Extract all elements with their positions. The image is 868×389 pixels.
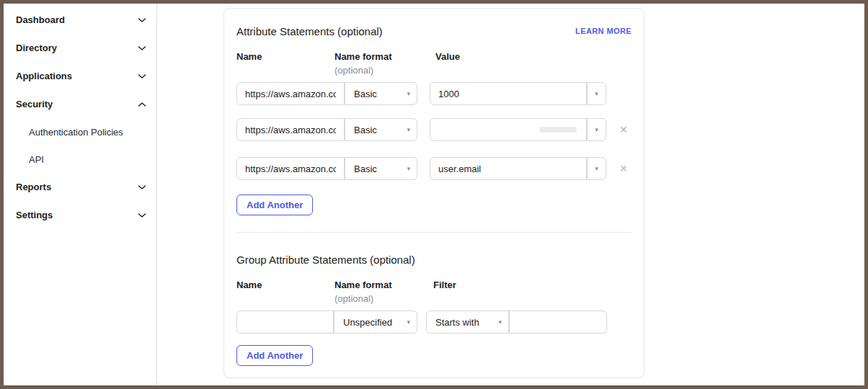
group-name-input[interactable] — [236, 310, 334, 334]
filter-group: Starts with ▾ — [426, 310, 607, 334]
sidebar-item-label: Security — [16, 99, 53, 109]
sidebar: Dashboard Directory Applications Securit… — [4, 4, 157, 385]
add-another-attribute-button[interactable]: Add Another — [236, 194, 313, 215]
value-dropdown-button[interactable]: ▾ — [587, 82, 606, 105]
sidebar-item-api[interactable]: API — [16, 146, 156, 173]
column-header-optional-note: (optional) — [335, 65, 373, 76]
chevron-down-icon: ▾ — [595, 165, 598, 172]
attribute-name-input[interactable] — [236, 118, 345, 141]
column-header-name-format: Name format — [335, 51, 391, 62]
sidebar-item-label: Settings — [16, 210, 53, 220]
value-combobox: ▾ — [430, 157, 606, 180]
name-format-group: Unspecified ▾ — [236, 310, 417, 334]
attribute-row: Basic ▾ ▾ — [236, 82, 632, 105]
chevron-down-icon: ▾ — [407, 165, 410, 172]
attribute-value-input[interactable] — [430, 118, 587, 141]
sidebar-item-reports[interactable]: Reports — [16, 173, 156, 201]
saml-settings-card: Attribute Statements (optional) LEARN MO… — [223, 8, 645, 378]
filter-value-input[interactable] — [509, 310, 607, 334]
name-format-group: Basic ▾ — [236, 157, 417, 180]
sidebar-item-dashboard[interactable]: Dashboard — [16, 6, 156, 34]
sidebar-item-label: API — [29, 154, 44, 165]
attribute-statements-title: Attribute Statements (optional) — [236, 25, 383, 37]
column-header-name-format: Name format — [335, 280, 391, 290]
value-dropdown-button[interactable]: ▾ — [587, 118, 606, 141]
chevron-down-icon — [138, 73, 146, 79]
learn-more-link[interactable]: LEARN MORE — [575, 27, 632, 35]
remove-row-icon[interactable]: ✕ — [619, 125, 628, 135]
sidebar-item-security[interactable]: Security — [16, 90, 156, 118]
sidebar-item-authentication-policies[interactable]: Authentication Policies — [16, 118, 156, 146]
sidebar-item-directory[interactable]: Directory — [16, 34, 156, 62]
chevron-down-icon: ▾ — [595, 90, 598, 97]
filter-type-select[interactable]: Starts with ▾ — [426, 310, 509, 334]
name-format-group: Basic ▾ — [236, 82, 417, 105]
remove-row-icon[interactable]: ✕ — [619, 164, 628, 174]
value-dropdown-button[interactable]: ▾ — [587, 157, 606, 180]
group-column-headers: Name Name format (optional) Filter — [236, 280, 632, 307]
chevron-down-icon: ▾ — [498, 318, 502, 326]
chevron-down-icon: ▾ — [407, 126, 410, 133]
name-format-select[interactable]: Basic ▾ — [345, 82, 417, 105]
attribute-name-input[interactable] — [236, 82, 345, 105]
column-header-filter: Filter — [433, 280, 456, 290]
column-header-name: Name — [236, 280, 262, 290]
chevron-down-icon: ▾ — [407, 318, 410, 326]
sidebar-item-applications[interactable]: Applications — [16, 62, 156, 90]
value-combobox: ▾ — [430, 82, 606, 105]
attribute-row: Basic ▾ ▾ ✕ — [236, 157, 632, 180]
group-attribute-statements-header: Group Attribute Statements (optional) — [236, 252, 632, 267]
group-attribute-statements-title: Group Attribute Statements (optional) — [236, 254, 415, 266]
name-format-select[interactable]: Basic ▾ — [345, 157, 417, 180]
chevron-down-icon — [138, 45, 146, 51]
value-combobox: ▾ — [430, 118, 606, 141]
sidebar-item-settings[interactable]: Settings — [16, 201, 156, 229]
chevron-down-icon — [138, 213, 146, 218]
column-header-name: Name — [236, 51, 262, 62]
name-format-group: Basic ▾ — [236, 118, 417, 141]
attribute-statements-header: Attribute Statements (optional) LEARN MO… — [236, 24, 632, 38]
add-another-group-attribute-button[interactable]: Add Another — [236, 345, 313, 366]
group-name-format-select[interactable]: Unspecified ▾ — [334, 310, 417, 334]
chevron-up-icon — [138, 102, 146, 107]
name-format-select[interactable]: Basic ▾ — [345, 118, 417, 141]
sidebar-item-label: Dashboard — [16, 14, 65, 25]
sidebar-item-label: Directory — [16, 43, 57, 53]
column-header-optional-note: (optional) — [335, 293, 373, 304]
attribute-column-headers: Name Name format (optional) Value — [236, 51, 632, 79]
chevron-down-icon: ▾ — [595, 126, 598, 133]
column-header-value: Value — [435, 51, 460, 62]
attribute-value-input[interactable] — [430, 157, 587, 180]
sidebar-item-label: Applications — [16, 71, 72, 81]
app-window: Dashboard Directory Applications Securit… — [0, 0, 868, 389]
chevron-down-icon — [138, 17, 146, 23]
attribute-value-input[interactable] — [430, 82, 587, 105]
section-divider — [236, 232, 632, 233]
sidebar-item-label: Reports — [16, 182, 51, 192]
attribute-row: Basic ▾ ▾ ✕ — [236, 118, 632, 141]
attribute-name-input[interactable] — [236, 157, 345, 180]
sidebar-item-label: Authentication Policies — [29, 127, 123, 138]
chevron-down-icon — [138, 184, 146, 190]
group-attribute-row: Unspecified ▾ Starts with ▾ — [236, 310, 632, 334]
chevron-down-icon: ▾ — [407, 90, 410, 97]
